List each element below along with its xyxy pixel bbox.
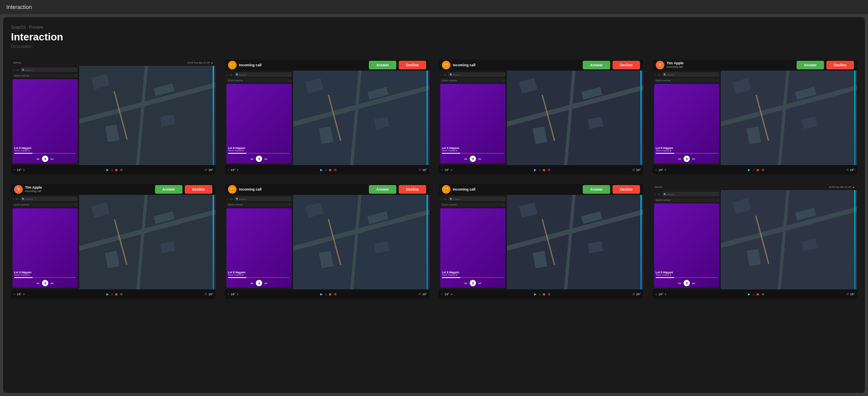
video-icon[interactable]: ◼ — [757, 168, 759, 172]
decline-button[interactable]: Decline — [185, 185, 212, 194]
answer-button[interactable]: Answer — [369, 61, 396, 69]
car-search-bar[interactable]: 🔍 Search — [234, 72, 292, 77]
nav-icon[interactable]: ▶ — [320, 292, 323, 296]
car-search-bar[interactable]: 🔍 Search — [448, 196, 505, 201]
music-icon[interactable]: ♪ — [325, 168, 326, 172]
car-search-bar[interactable]: 🔍 Search — [448, 72, 505, 77]
temp-minus[interactable]: − — [655, 168, 657, 172]
quick-controls[interactable]: Quick controls › — [440, 203, 505, 207]
video-icon[interactable]: ◼ — [329, 292, 332, 296]
quick-controls[interactable]: Quick controls › — [226, 78, 292, 82]
temp-minus[interactable]: − — [227, 292, 230, 296]
answer-button[interactable]: Answer — [155, 185, 182, 194]
grid-icon[interactable]: ⊞ — [120, 168, 123, 172]
music-icon[interactable]: ♪ — [111, 168, 113, 172]
next-button[interactable]: ⏭ — [692, 282, 695, 285]
repeat-icon[interactable]: ↺ — [632, 168, 635, 172]
temp-minus[interactable]: − — [655, 292, 657, 296]
play-pause-button[interactable]: ⏸ — [470, 280, 476, 286]
nav-icon[interactable]: ▶ — [106, 168, 109, 172]
temp-plus[interactable]: + — [450, 292, 453, 296]
music-icon[interactable]: ♪ — [753, 168, 754, 172]
grid-icon[interactable]: ⊞ — [762, 168, 764, 172]
temp-plus[interactable]: + — [450, 168, 453, 172]
temp-plus[interactable]: + — [664, 292, 667, 296]
temp-minus[interactable]: − — [441, 292, 443, 296]
repeat-icon[interactable]: ↺ — [204, 168, 207, 172]
quick-controls[interactable]: Quick controls › — [13, 74, 78, 78]
nav-icon[interactable]: ▶ — [534, 292, 536, 296]
prev-button[interactable]: ⏮ — [250, 157, 253, 161]
repeat-icon[interactable]: ↺ — [418, 292, 421, 296]
next-button[interactable]: ⏭ — [478, 157, 481, 161]
decline-button[interactable]: Decline — [826, 61, 854, 69]
decline-button[interactable]: Decline — [399, 185, 426, 194]
car-search-bar[interactable]: 🔍 Search — [20, 67, 78, 72]
video-icon[interactable]: ◼ — [543, 168, 545, 172]
music-icon[interactable]: ♪ — [753, 292, 754, 296]
music-icon[interactable]: ♪ — [539, 292, 540, 296]
play-pause-button[interactable]: ⏸ — [470, 156, 476, 162]
next-button[interactable]: ⏭ — [264, 157, 268, 161]
decline-button[interactable]: Decline — [613, 61, 640, 69]
grid-icon[interactable]: ⊞ — [762, 292, 764, 296]
answer-button[interactable]: Answer — [369, 185, 396, 194]
repeat-icon[interactable]: ↺ — [632, 292, 635, 296]
video-icon[interactable]: ◼ — [115, 292, 118, 296]
temp-plus[interactable]: + — [23, 168, 25, 172]
repeat-icon[interactable]: ↺ — [204, 292, 207, 296]
video-icon[interactable]: ◼ — [543, 292, 545, 296]
play-pause-button[interactable]: ⏸ — [684, 156, 690, 162]
repeat-icon[interactable]: ↺ — [846, 292, 849, 296]
music-icon[interactable]: ♪ — [539, 168, 540, 172]
car-search-bar[interactable]: 🔍 Search — [234, 196, 292, 201]
prev-button[interactable]: ⏮ — [464, 282, 467, 285]
prev-button[interactable]: ⏮ — [678, 157, 681, 161]
decline-button[interactable]: Decline — [613, 185, 640, 194]
next-button[interactable]: ⏭ — [51, 157, 54, 161]
repeat-icon[interactable]: ↺ — [846, 168, 849, 172]
play-pause-button[interactable]: ⏸ — [256, 280, 262, 286]
play-pause-button[interactable]: ⏸ — [42, 156, 48, 162]
next-button[interactable]: ⏭ — [264, 282, 268, 285]
answer-button[interactable]: Answer — [583, 61, 610, 69]
prev-button[interactable]: ⏮ — [36, 282, 40, 285]
car-search-bar[interactable]: 🔍 Search — [662, 72, 719, 77]
nav-icon[interactable]: ▶ — [106, 292, 109, 296]
grid-icon[interactable]: ⊞ — [548, 292, 551, 296]
grid-icon[interactable]: ⊞ — [334, 292, 337, 296]
temp-plus[interactable]: + — [237, 292, 239, 296]
temp-minus[interactable]: − — [13, 292, 16, 296]
music-icon[interactable]: ♪ — [325, 292, 326, 296]
temp-minus[interactable]: − — [13, 168, 16, 172]
quick-controls[interactable]: Quick controls › — [654, 78, 719, 82]
next-button[interactable]: ⏭ — [51, 282, 54, 285]
next-button[interactable]: ⏭ — [478, 282, 481, 285]
repeat-icon[interactable]: ↺ — [418, 168, 421, 172]
quick-controls[interactable]: Quick controls › — [440, 78, 505, 82]
answer-button[interactable]: Answer — [583, 185, 610, 194]
temp-plus[interactable]: + — [237, 168, 239, 172]
play-pause-button[interactable]: ⏸ — [256, 156, 262, 162]
play-pause-button[interactable]: ⏸ — [684, 280, 690, 286]
next-button[interactable]: ⏭ — [692, 157, 695, 161]
prev-button[interactable]: ⏮ — [678, 282, 681, 285]
nav-icon[interactable]: ▶ — [748, 292, 750, 296]
answer-button[interactable]: Answer — [797, 61, 824, 69]
video-icon[interactable]: ◼ — [115, 168, 118, 172]
nav-icon[interactable]: ▶ — [320, 168, 323, 172]
video-icon[interactable]: ◼ — [757, 292, 759, 296]
play-pause-button[interactable]: ⏸ — [42, 280, 48, 286]
music-icon[interactable]: ♪ — [111, 292, 113, 296]
car-search-bar[interactable]: 🔍 Search — [662, 192, 719, 196]
quick-controls[interactable]: Quick controls › — [226, 203, 292, 207]
decline-button[interactable]: Decline — [399, 61, 426, 69]
grid-icon[interactable]: ⊞ — [548, 168, 551, 172]
grid-icon[interactable]: ⊞ — [334, 168, 337, 172]
prev-button[interactable]: ⏮ — [464, 157, 467, 161]
grid-icon[interactable]: ⊞ — [120, 292, 123, 296]
quick-controls[interactable]: Quick controls › — [654, 198, 719, 202]
car-search-bar[interactable]: 🔍 Search — [20, 196, 78, 201]
prev-button[interactable]: ⏮ — [250, 282, 253, 285]
quick-controls[interactable]: Quick controls › — [13, 203, 78, 207]
